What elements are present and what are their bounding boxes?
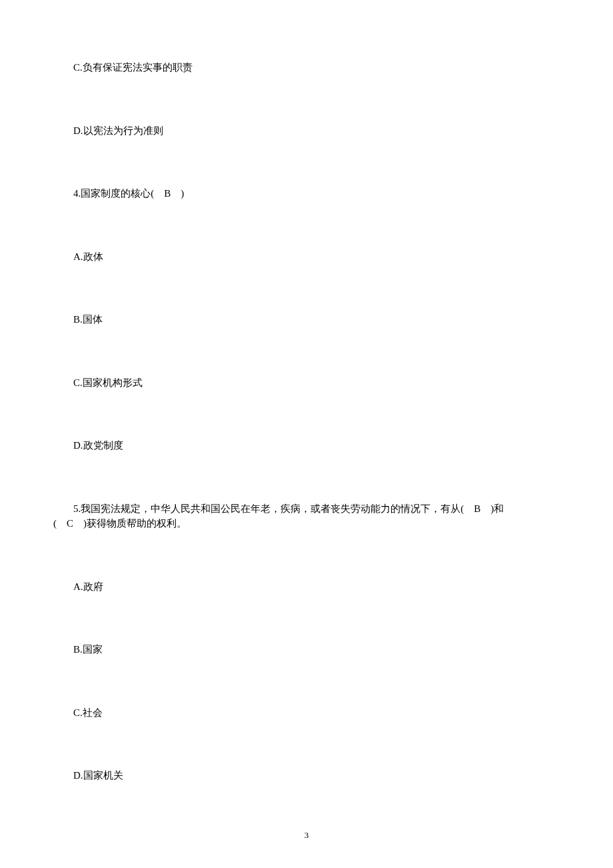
q4-option-d: D.政党制度 [53, 438, 560, 453]
q5-option-a: A.政府 [53, 579, 560, 595]
option-d: D.以宪法为行为准则 [53, 123, 560, 139]
question-4: 4.国家制度的核心( B ) [53, 186, 560, 201]
q4-option-c: C.国家机构形式 [53, 375, 560, 391]
q5-option-c: C.社会 [53, 705, 560, 721]
option-c: C.负有保证宪法实事的职责 [53, 60, 560, 75]
document-page: C.负有保证宪法实事的职责 D.以宪法为行为准则 4.国家制度的核心( B ) … [0, 0, 613, 783]
q4-option-b: B.国体 [53, 312, 560, 327]
q5-option-b: B.国家 [53, 642, 560, 657]
q5-option-d: D.国家机关 [53, 768, 560, 783]
q4-option-a: A.政体 [53, 249, 560, 265]
q5-line1: 5.我国宪法规定，中华人民共和国公民在年老，疾病，或者丧失劳动能力的情况下，有从… [53, 501, 560, 517]
q5-line2: ( C )获得物质帮助的权利。 [53, 516, 560, 531]
page-number: 3 [0, 829, 613, 842]
question-5: 5.我国宪法规定，中华人民共和国公民在年老，疾病，或者丧失劳动能力的情况下，有从… [53, 501, 560, 531]
